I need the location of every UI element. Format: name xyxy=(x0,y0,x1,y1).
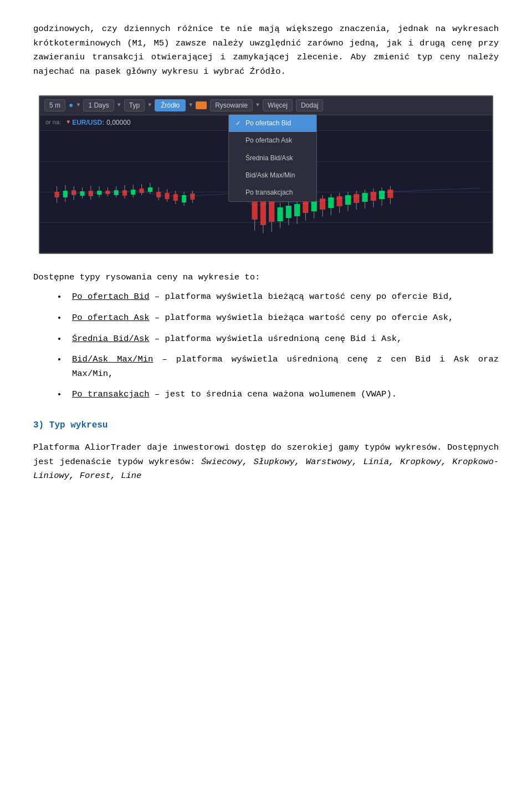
source-arrow-icon: ▼ xyxy=(189,101,192,110)
term-bid: Po ofertach Bid xyxy=(72,292,150,302)
source-dropdown: ✓ Po ofertach Bid Po ofertach Ask Średni… xyxy=(228,114,317,202)
chart-toolbar: 5 m ● ▼ 1 Days ▼ Typ ▼ Źródło ▼ Rysowani… xyxy=(40,96,492,115)
dropdown-item-srednia[interactable]: Średnia Bid/Ask xyxy=(229,150,316,167)
term-srednia: Średnia Bid/Ask xyxy=(72,334,150,344)
list-item-maxmin: Bid/Ask Max/Min – platforma wyświetla uś… xyxy=(66,353,499,381)
dropdown-item-maxmin[interactable]: Bid/Ask Max/Min xyxy=(229,167,316,184)
list-item-bid: Po ofertach Bid – platforma wyświetla bi… xyxy=(66,290,499,304)
timeframe-button[interactable]: 5 m xyxy=(44,99,65,111)
chart-container: 5 m ● ▼ 1 Days ▼ Typ ▼ Źródło ▼ Rysowani… xyxy=(39,95,493,254)
drawing-arrow-icon: ▼ xyxy=(256,101,259,110)
bottom-paragraph: Platforma AliorTrader daje inwestorowi d… xyxy=(33,441,499,483)
list-item-srednia: Średnia Bid/Ask – platforma wyświetla uś… xyxy=(66,332,499,347)
section-heading: 3) Typ wykresu xyxy=(33,419,499,433)
grid-line-3 xyxy=(40,222,492,223)
bullet-list: Po ofertach Bid – platforma wyświetla bi… xyxy=(66,290,499,401)
dropdown-item-ask[interactable]: Po ofertach Ask xyxy=(229,132,316,149)
term-maxmin: Bid/Ask Max/Min xyxy=(72,354,153,364)
color-indicator xyxy=(196,101,207,109)
check-icon: ✓ xyxy=(236,119,242,129)
intro-paragraph: godzinowych, czy dziennych różnice te ni… xyxy=(33,22,499,79)
period-button[interactable]: 1 Days xyxy=(83,99,114,111)
term-transakcje: Po transakcjach xyxy=(72,389,150,399)
currency-badge: ▼ EUR/USD: 0,00000 xyxy=(66,118,130,128)
type-button[interactable]: Typ xyxy=(124,99,145,111)
term-ask: Po ofertach Ask xyxy=(72,313,150,323)
dropdown-item-transakcje[interactable]: Po transakcjach xyxy=(229,184,316,201)
source-button[interactable]: Źródło xyxy=(155,99,186,111)
period-arrow-icon: ▼ xyxy=(117,101,121,110)
type-arrow-icon: ▼ xyxy=(148,101,151,110)
dropdown-arrow-icon: ▼ xyxy=(76,101,80,110)
more-button[interactable]: Więcej xyxy=(263,99,293,111)
add-button[interactable]: Dodaj xyxy=(296,99,323,111)
list-item-transakcje: Po transakcjach – jest to średnia cena w… xyxy=(66,388,499,402)
dropdown-item-bid[interactable]: ✓ Po ofertach Bid xyxy=(229,115,316,132)
section-intro: Dostępne typy rysowania ceny na wykresie… xyxy=(33,271,499,285)
circle-icon: ● xyxy=(69,99,73,111)
price-arrow-icon: ▼ xyxy=(66,118,70,127)
drawing-button[interactable]: Rysowanie xyxy=(210,99,253,111)
list-item-ask: Po ofertach Ask – platforma wyświetla bi… xyxy=(66,311,499,325)
